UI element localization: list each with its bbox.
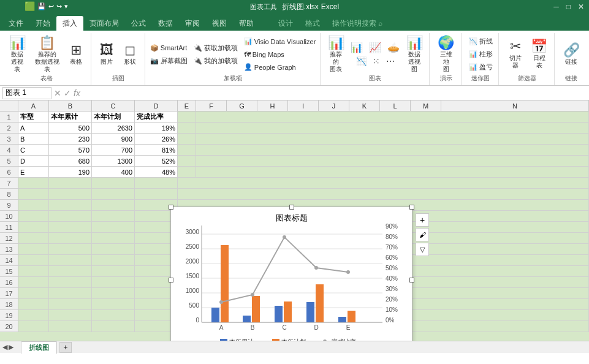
- cell-C18[interactable]: [92, 299, 135, 310]
- cell-B15[interactable]: [49, 266, 92, 277]
- cell-B8[interactable]: [49, 189, 92, 200]
- cell-A19[interactable]: [18, 310, 49, 321]
- cell-rest-1[interactable]: [196, 112, 589, 123]
- chart-handle-tm[interactable]: [289, 205, 294, 210]
- col-header-J[interactable]: J: [319, 100, 349, 111]
- sparkline-col-btn[interactable]: 📊 柱形: [466, 48, 495, 61]
- bar-chart-btn[interactable]: 📊: [348, 42, 365, 54]
- cell-E5[interactable]: [178, 156, 196, 167]
- cell-D3[interactable]: 26%: [135, 134, 178, 145]
- cell-A20[interactable]: [18, 321, 49, 332]
- cell-C12[interactable]: [92, 233, 135, 244]
- cell-E1[interactable]: [178, 112, 196, 123]
- cell-A5[interactable]: D: [18, 156, 49, 167]
- cell-A13[interactable]: [18, 244, 49, 255]
- col-header-K[interactable]: K: [349, 100, 380, 111]
- sheet-tab-active[interactable]: 折线图: [21, 341, 57, 354]
- col-header-C[interactable]: C: [92, 100, 135, 111]
- customize-icon[interactable]: ▾: [64, 2, 68, 10]
- cell-C15[interactable]: [92, 266, 135, 277]
- cell-E3[interactable]: [178, 134, 196, 145]
- cell-A8[interactable]: [18, 189, 49, 200]
- slicer-btn[interactable]: ✂ 切片器: [504, 37, 526, 72]
- chart-container[interactable]: + 🖌 ▽ 图表标题 0 500 1000 1500 2000 2500: [170, 207, 412, 341]
- cell-C20[interactable]: [92, 321, 135, 332]
- scatter-chart-btn[interactable]: ⁙: [370, 55, 382, 67]
- smartart-btn[interactable]: 📦 SmartArt: [148, 42, 190, 54]
- cell-C6[interactable]: 400: [92, 167, 135, 178]
- cell-C13[interactable]: [92, 244, 135, 255]
- cell-B16[interactable]: [49, 277, 92, 288]
- pivot-chart-btn[interactable]: 📊 数据透视图: [403, 37, 425, 72]
- 3dmap-btn[interactable]: 🌍 三维地图: [435, 37, 457, 72]
- cell-E4[interactable]: [178, 145, 196, 156]
- tab-help[interactable]: 帮助: [233, 16, 260, 31]
- bing-maps-btn[interactable]: 🗺 Bing Maps: [241, 48, 318, 61]
- sheet-nav-right[interactable]: ▶: [9, 343, 13, 351]
- cell-B13[interactable]: [49, 244, 92, 255]
- cell-rest-2[interactable]: [196, 123, 589, 134]
- cell-A4[interactable]: C: [18, 145, 49, 156]
- tab-data[interactable]: 数据: [152, 16, 179, 31]
- cell-B9[interactable]: [49, 200, 92, 211]
- window-controls[interactable]: ─ □ ✕: [553, 2, 584, 11]
- timeline-btn[interactable]: 📅 日程表: [528, 37, 550, 72]
- cell-B3[interactable]: 230: [49, 134, 92, 145]
- cell-rest-8[interactable]: [178, 189, 589, 200]
- cell-rest-4[interactable]: [196, 145, 589, 156]
- cell-B5[interactable]: 680: [49, 156, 92, 167]
- people-graph-btn[interactable]: 👤 People Graph: [241, 61, 318, 74]
- tab-search[interactable]: 操作说明搜索 ⌕: [326, 16, 389, 31]
- tab-formula[interactable]: 公式: [125, 16, 152, 31]
- tab-home[interactable]: 开始: [29, 16, 56, 31]
- shape-btn[interactable]: ◻ 形状: [119, 37, 141, 72]
- cell-C16[interactable]: [92, 277, 135, 288]
- cell-A6[interactable]: E: [18, 167, 49, 178]
- cell-B18[interactable]: [49, 299, 92, 310]
- cell-C7[interactable]: [92, 178, 135, 189]
- cell-A2[interactable]: A: [18, 123, 49, 134]
- sparkline-line-btn[interactable]: 📉 折线: [466, 36, 495, 48]
- cell-B4[interactable]: 570: [49, 145, 92, 156]
- cell-B1[interactable]: 本年累计: [49, 112, 92, 123]
- quick-access-toolbar[interactable]: 🟩 💾 ↩ ↪ ▾: [25, 1, 68, 11]
- cell-C1[interactable]: 本年计划: [92, 112, 135, 123]
- cell-D5[interactable]: 52%: [135, 156, 178, 167]
- cell-E2[interactable]: [178, 123, 196, 134]
- close-btn[interactable]: ✕: [578, 2, 584, 11]
- col-header-E[interactable]: E: [178, 100, 196, 111]
- cell-A15[interactable]: [18, 266, 49, 277]
- col-header-B[interactable]: B: [49, 100, 92, 111]
- visio-btn[interactable]: 📊 Visio Data Visualizer: [241, 36, 318, 48]
- cell-B6[interactable]: 190: [49, 167, 92, 178]
- col-header-G[interactable]: G: [227, 100, 257, 111]
- undo-icon[interactable]: ↩: [48, 2, 54, 10]
- col-header-M[interactable]: M: [411, 100, 441, 111]
- tab-review[interactable]: 审阅: [179, 16, 206, 31]
- minimize-btn[interactable]: ─: [553, 2, 559, 11]
- cell-D7[interactable]: [135, 178, 178, 189]
- cell-B12[interactable]: [49, 233, 92, 244]
- cell-B2[interactable]: 500: [49, 123, 92, 134]
- area-chart-btn[interactable]: 📉: [354, 55, 369, 67]
- chart-handle-tl[interactable]: [169, 205, 173, 210]
- chart-handle-mr[interactable]: [409, 278, 414, 282]
- cell-C19[interactable]: [92, 310, 135, 321]
- cell-C9[interactable]: [92, 200, 135, 211]
- name-box[interactable]: [2, 87, 51, 99]
- recommended-pivot-btn[interactable]: 📋 推荐的数据透视表: [30, 37, 64, 72]
- col-header-H[interactable]: H: [257, 100, 288, 111]
- cell-B14[interactable]: [49, 255, 92, 266]
- recommended-chart-btn[interactable]: 📊 推荐的图表: [325, 37, 347, 72]
- cell-rest-3[interactable]: [196, 134, 589, 145]
- cell-C3[interactable]: 900: [92, 134, 135, 145]
- cell-A18[interactable]: [18, 299, 49, 310]
- cell-C8[interactable]: [92, 189, 135, 200]
- redo-icon[interactable]: ↪: [56, 2, 62, 10]
- col-header-A[interactable]: A: [18, 100, 49, 111]
- cell-rest-6[interactable]: [196, 167, 589, 178]
- my-addins-btn[interactable]: 🔌 我的加载项: [191, 55, 240, 67]
- line-chart-btn[interactable]: 📈: [367, 42, 384, 54]
- cell-rest-5[interactable]: [196, 156, 589, 167]
- cell-rest-7[interactable]: [178, 178, 589, 189]
